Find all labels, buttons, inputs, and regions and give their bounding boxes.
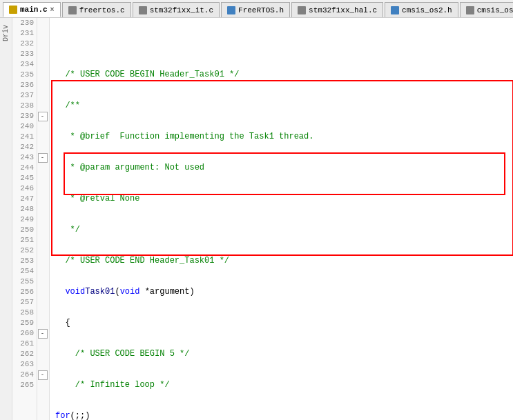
tab-icon-main-c: [9, 6, 17, 14]
tab-main-c[interactable]: main.c ×: [3, 2, 61, 17]
left-margin: Driv: [0, 18, 12, 420]
code-line-237: /* USER CODE END Header_Task01 */: [55, 256, 513, 266]
tab-icon-freertos-h: [227, 6, 235, 14]
tab-label-cmsis-os2-h: cmsis_os2.h: [402, 6, 452, 14]
fold-column: - - - -: [37, 18, 50, 420]
code-line-230: [55, 39, 513, 49]
tab-stm32f1xx-it-c[interactable]: stm32f1xx_it.c: [133, 2, 220, 17]
tab-close-main-c[interactable]: ×: [50, 6, 55, 14]
tab-label-main-c: main.c: [20, 6, 48, 14]
code-line-242: for(;;): [55, 411, 513, 420]
tab-freertos-c[interactable]: freertos.c: [62, 2, 131, 17]
tab-icon-cmsis-os2-h: [391, 6, 399, 14]
fold-239[interactable]: -: [38, 112, 48, 121]
fold-264[interactable]: -: [38, 370, 48, 380]
code-line-241: /* Infinite loop */: [55, 380, 513, 390]
code-line-234: * @param argument: Not used: [55, 163, 513, 173]
tab-icon-freertos-c: [68, 6, 77, 14]
tab-cmsis-os2-c[interactable]: cmsis_os2.c: [460, 2, 513, 17]
code-line-238: void Task01(void *argument): [55, 287, 513, 297]
fold-243[interactable]: -: [38, 153, 48, 163]
tab-label-stm32f1xx-hal-c: stm32f1xx_hal.c: [309, 6, 377, 14]
code-line-232: /**: [55, 101, 513, 111]
code-line-240: /* USER CODE BEGIN 5 */: [55, 349, 513, 359]
tab-cmsis-os2-h[interactable]: cmsis_os2.h: [385, 2, 458, 17]
tab-label-freertos-h: FreeRTOS.h: [238, 6, 284, 14]
tab-icon-stm32f1xx-it-c: [139, 6, 147, 14]
code-area[interactable]: /* USER CODE BEGIN Header_Task01 */ /** …: [50, 18, 513, 420]
code-wrapper: /* USER CODE BEGIN Header_Task01 */ /** …: [50, 18, 513, 420]
code-text[interactable]: /* USER CODE BEGIN Header_Task01 */ /** …: [50, 18, 513, 420]
editor: Driv 230 231 232 233 234 235 236 237 238…: [0, 18, 513, 420]
code-line-239: {: [55, 318, 513, 328]
tab-label-cmsis-os2-c: cmsis_os2.c: [477, 6, 513, 14]
code-line-235: * @retval None: [55, 194, 513, 204]
tab-bar: main.c × freertos.c stm32f1xx_it.c FreeR…: [0, 0, 513, 18]
tab-stm32f1xx-hal-c[interactable]: stm32f1xx_hal.c: [291, 2, 383, 17]
tab-label-stm32f1xx-it-c: stm32f1xx_it.c: [150, 6, 213, 14]
code-line-236: */: [55, 225, 513, 235]
tab-label-freertos-c: freertos.c: [79, 6, 125, 14]
app-container: main.c × freertos.c stm32f1xx_it.c FreeR…: [0, 0, 513, 420]
line-numbers: 230 231 232 233 234 235 236 237 238 239 …: [12, 18, 37, 420]
fold-260[interactable]: -: [38, 329, 48, 339]
code-line-233: * @brief Function implementing the Task1…: [55, 132, 513, 142]
margin-label: Driv: [2, 25, 10, 41]
tab-freertos-h[interactable]: FreeRTOS.h: [221, 2, 290, 17]
code-line-231: /* USER CODE BEGIN Header_Task01 */: [55, 70, 513, 80]
tab-icon-cmsis-os2-c: [466, 6, 474, 14]
tab-icon-stm32f1xx-hal-c: [298, 6, 306, 14]
